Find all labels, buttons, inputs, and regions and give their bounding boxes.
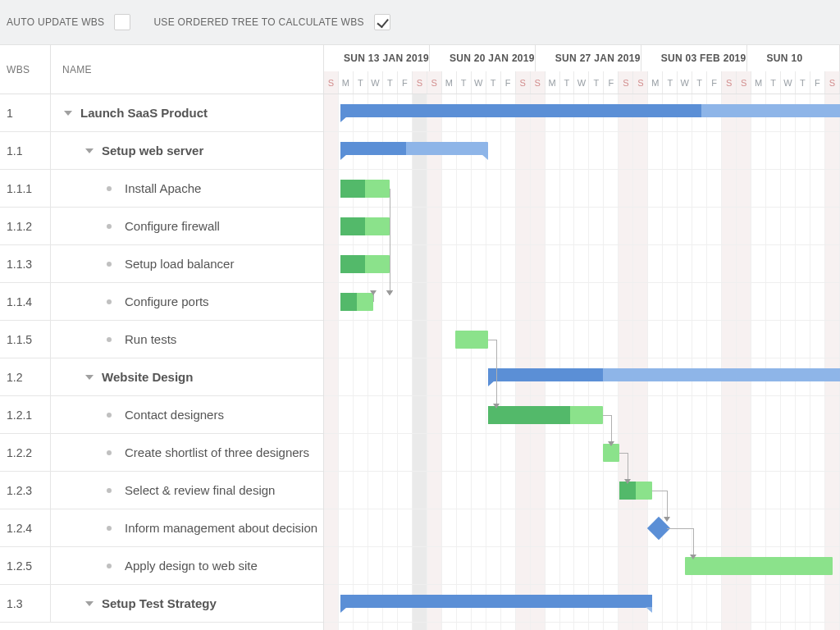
task-name: Configure firewall	[125, 219, 220, 233]
name-cell: Configure firewall	[51, 208, 323, 244]
task-bar[interactable]	[685, 557, 833, 575]
ordered-tree-label: USE ORDERED TREE TO CALCULATE WBS	[153, 16, 363, 28]
wbs-cell: 1.1.3	[0, 245, 51, 282]
task-name: Install Apache	[125, 181, 201, 195]
timeline-area[interactable]	[324, 94, 840, 630]
task-bar[interactable]	[340, 180, 390, 198]
task-name: Website Design	[102, 370, 193, 384]
wbs-cell: 1.2.2	[0, 434, 51, 471]
week-header: SUN 10	[747, 45, 840, 71]
day-header: T	[354, 71, 368, 94]
parent-bar[interactable]	[340, 104, 840, 117]
day-header: W	[781, 71, 796, 94]
day-header: S	[516, 71, 531, 94]
task-name: Setup web server	[102, 144, 203, 158]
ordered-tree-checkbox[interactable]	[374, 14, 390, 30]
table-row[interactable]: 1.2.1Contact designers	[0, 396, 323, 434]
chevron-down-icon[interactable]	[84, 145, 95, 157]
day-header: M	[546, 71, 560, 94]
name-cell: Setup load balancer	[51, 245, 323, 282]
task-tree[interactable]: 1Launch SaaS Product1.1Setup web server1…	[0, 94, 324, 630]
chevron-down-icon[interactable]	[84, 372, 95, 383]
table-row[interactable]: 1.1.2Configure firewall	[0, 208, 323, 245]
name-cell: Launch SaaS Product	[51, 94, 323, 131]
chevron-down-icon[interactable]	[62, 107, 74, 119]
table-row[interactable]: 1.1.1Install Apache	[0, 170, 323, 208]
timeline-row	[324, 547, 840, 585]
wbs-cell: 1.1	[0, 132, 51, 169]
day-header: F	[810, 71, 825, 94]
task-name: Inform management about decision	[125, 521, 317, 535]
wbs-cell: 1.1.5	[0, 321, 51, 358]
task-name: Setup Test Strategy	[102, 596, 217, 610]
timeline-header[interactable]: SUN 13 JAN 2019SUN 20 JAN 2019SUN 27 JAN…	[324, 45, 840, 94]
table-row[interactable]: 1.1Setup web server	[0, 132, 323, 170]
timeline-row	[324, 472, 840, 509]
day-header: T	[796, 71, 810, 94]
chevron-down-icon[interactable]	[84, 598, 95, 609]
gantt-grid: WBS NAME SUN 13 JAN 2019SUN 20 JAN 2019S…	[0, 44, 840, 630]
day-header: M	[648, 71, 663, 94]
table-row[interactable]: 1.1.4Configure ports	[0, 283, 323, 321]
day-header: S	[413, 71, 427, 94]
task-bar[interactable]	[340, 217, 390, 235]
table-row[interactable]: 1.1.5Run tests	[0, 321, 323, 358]
day-header: S	[825, 71, 840, 94]
day-header: S	[619, 71, 633, 94]
day-header: S	[722, 71, 737, 94]
table-row[interactable]: 1.1.3Setup load balancer	[0, 245, 323, 283]
week-header: SUN 27 JAN 2019	[536, 45, 641, 71]
table-row[interactable]: 1.2Website Design	[0, 358, 323, 396]
table-row[interactable]: 1.2.2Create shortlist of three designers	[0, 434, 323, 472]
task-name: Create shortlist of three designers	[125, 445, 309, 459]
parent-bar[interactable]	[340, 595, 652, 608]
day-header: F	[501, 71, 516, 94]
column-header-wbs[interactable]: WBS	[0, 45, 51, 94]
table-row[interactable]: 1.2.3Select & review final design	[0, 472, 323, 509]
wbs-cell: 1.3	[0, 585, 51, 622]
table-row[interactable]: 1.2.5Apply design to web site	[0, 547, 323, 585]
task-bar[interactable]	[455, 331, 488, 349]
task-name: Setup load balancer	[125, 257, 234, 271]
bullet-icon	[107, 186, 112, 191]
day-header: W	[678, 71, 692, 94]
table-row[interactable]: 1.2.4Inform management about decision	[0, 509, 323, 547]
task-bar[interactable]	[340, 293, 373, 311]
table-row[interactable]: 1.3Setup Test Strategy	[0, 585, 323, 623]
day-header: T	[692, 71, 707, 94]
wbs-cell: 1.2.1	[0, 396, 51, 433]
wbs-cell: 1.2.5	[0, 547, 51, 584]
day-header: S	[633, 71, 648, 94]
table-row[interactable]: 1Launch SaaS Product	[0, 94, 323, 132]
timeline-row	[324, 208, 840, 245]
task-bar[interactable]	[603, 444, 619, 462]
task-name: Configure ports	[125, 294, 209, 308]
name-cell: Configure ports	[51, 283, 323, 320]
bullet-icon	[107, 564, 112, 568]
parent-bar[interactable]	[488, 368, 840, 381]
day-header: S	[531, 71, 546, 94]
auto-update-checkbox[interactable]	[114, 14, 130, 30]
name-cell: Install Apache	[51, 170, 323, 207]
name-cell: Setup Test Strategy	[51, 585, 323, 622]
wbs-cell: 1.1.4	[0, 283, 51, 320]
parent-bar[interactable]	[340, 142, 488, 155]
timeline-row	[324, 358, 840, 396]
week-header: SUN 13 JAN 2019	[324, 45, 430, 71]
name-cell: Inform management about decision	[51, 509, 323, 546]
task-bar[interactable]	[340, 255, 390, 273]
task-name: Apply design to web site	[125, 559, 258, 573]
auto-update-label: AUTO UPDATE WBS	[7, 16, 104, 28]
week-header: SUN 03 FEB 2019	[641, 45, 747, 71]
toolbar: AUTO UPDATE WBS USE ORDERED TREE TO CALC…	[0, 0, 840, 44]
task-name: Contact designers	[125, 408, 224, 422]
day-header: T	[457, 71, 472, 94]
task-bar[interactable]	[488, 406, 603, 424]
bullet-icon	[107, 224, 112, 229]
wbs-cell: 1.1.2	[0, 208, 51, 244]
wbs-cell: 1.2.3	[0, 472, 51, 509]
day-header: S	[324, 71, 339, 94]
task-bar[interactable]	[619, 482, 652, 500]
column-header-name[interactable]: NAME	[51, 45, 323, 94]
day-header: M	[442, 71, 457, 94]
